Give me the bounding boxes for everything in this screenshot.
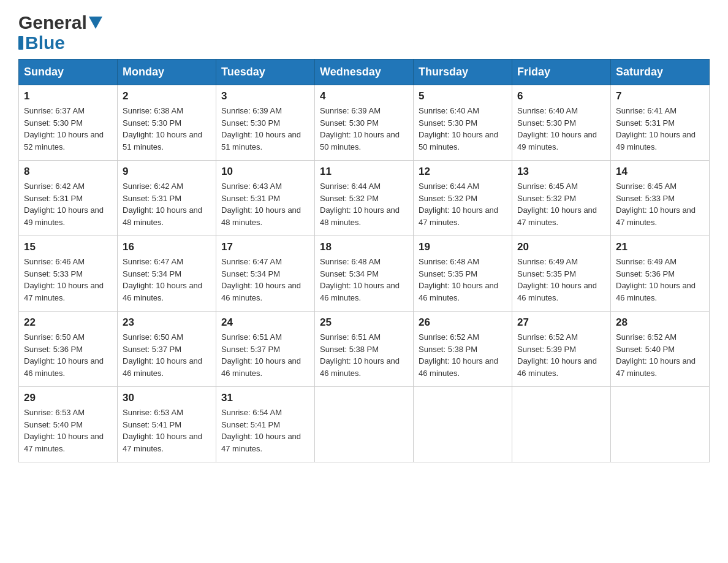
calendar-cell: 14 Sunrise: 6:45 AM Sunset: 5:33 PM Dayl… (611, 161, 710, 236)
day-info: Sunrise: 6:52 AM Sunset: 5:38 PM Dayligh… (419, 331, 507, 379)
page-header: General Blue (18, 12, 710, 53)
day-number: 21 (616, 241, 704, 253)
day-info: Sunrise: 6:37 AM Sunset: 5:30 PM Dayligh… (24, 105, 112, 153)
day-number: 14 (616, 166, 704, 178)
weekday-header-tuesday: Tuesday (216, 59, 315, 85)
calendar-cell: 28 Sunrise: 6:52 AM Sunset: 5:40 PM Dayl… (611, 312, 710, 387)
calendar-cell: 21 Sunrise: 6:49 AM Sunset: 5:36 PM Dayl… (611, 236, 710, 312)
day-info: Sunrise: 6:51 AM Sunset: 5:38 PM Dayligh… (320, 331, 408, 379)
day-info: Sunrise: 6:46 AM Sunset: 5:33 PM Dayligh… (24, 256, 112, 304)
day-number: 5 (419, 90, 507, 102)
day-number: 22 (24, 316, 112, 329)
calendar-cell: 9 Sunrise: 6:42 AM Sunset: 5:31 PM Dayli… (118, 161, 216, 236)
day-info: Sunrise: 6:50 AM Sunset: 5:36 PM Dayligh… (24, 331, 112, 379)
day-number: 6 (517, 90, 605, 102)
day-info: Sunrise: 6:45 AM Sunset: 5:32 PM Dayligh… (517, 180, 605, 228)
calendar-cell: 16 Sunrise: 6:47 AM Sunset: 5:34 PM Dayl… (118, 236, 216, 312)
day-number: 23 (123, 316, 211, 329)
day-number: 26 (419, 316, 507, 329)
week-row-3: 15 Sunrise: 6:46 AM Sunset: 5:33 PM Dayl… (19, 236, 710, 312)
calendar-cell: 18 Sunrise: 6:48 AM Sunset: 5:34 PM Dayl… (315, 236, 414, 312)
day-info: Sunrise: 6:50 AM Sunset: 5:37 PM Dayligh… (123, 331, 211, 379)
day-info: Sunrise: 6:45 AM Sunset: 5:33 PM Dayligh… (616, 180, 704, 228)
day-number: 11 (320, 166, 408, 178)
day-info: Sunrise: 6:53 AM Sunset: 5:40 PM Dayligh… (24, 407, 112, 454)
calendar-cell: 6 Sunrise: 6:40 AM Sunset: 5:30 PM Dayli… (512, 85, 611, 161)
day-number: 7 (616, 90, 704, 102)
calendar-cell: 24 Sunrise: 6:51 AM Sunset: 5:37 PM Dayl… (216, 312, 315, 387)
day-info: Sunrise: 6:48 AM Sunset: 5:34 PM Dayligh… (320, 256, 408, 304)
calendar-cell: 27 Sunrise: 6:52 AM Sunset: 5:39 PM Dayl… (512, 312, 611, 387)
day-number: 1 (24, 90, 112, 102)
day-info: Sunrise: 6:47 AM Sunset: 5:34 PM Dayligh… (123, 256, 211, 304)
calendar-cell: 19 Sunrise: 6:48 AM Sunset: 5:35 PM Dayl… (414, 236, 512, 312)
day-number: 27 (517, 316, 605, 329)
day-number: 30 (123, 392, 211, 404)
logo-blue-bar (18, 36, 23, 50)
calendar-cell: 3 Sunrise: 6:39 AM Sunset: 5:30 PM Dayli… (216, 85, 315, 161)
calendar-cell: 20 Sunrise: 6:49 AM Sunset: 5:35 PM Dayl… (512, 236, 611, 312)
day-info: Sunrise: 6:53 AM Sunset: 5:41 PM Dayligh… (123, 407, 211, 454)
day-info: Sunrise: 6:42 AM Sunset: 5:31 PM Dayligh… (123, 180, 211, 228)
calendar-cell: 29 Sunrise: 6:53 AM Sunset: 5:40 PM Dayl… (19, 387, 118, 462)
day-info: Sunrise: 6:38 AM Sunset: 5:30 PM Dayligh… (123, 105, 211, 153)
day-number: 17 (221, 241, 309, 253)
day-number: 29 (24, 392, 112, 404)
week-row-4: 22 Sunrise: 6:50 AM Sunset: 5:36 PM Dayl… (19, 312, 710, 387)
day-number: 28 (616, 316, 704, 329)
weekday-header-saturday: Saturday (611, 59, 710, 85)
day-number: 18 (320, 241, 408, 253)
logo-blue-text: Blue (25, 33, 65, 53)
day-info: Sunrise: 6:44 AM Sunset: 5:32 PM Dayligh… (320, 180, 408, 228)
day-info: Sunrise: 6:44 AM Sunset: 5:32 PM Dayligh… (419, 180, 507, 228)
day-number: 10 (221, 166, 309, 178)
week-row-2: 8 Sunrise: 6:42 AM Sunset: 5:31 PM Dayli… (19, 161, 710, 236)
day-info: Sunrise: 6:54 AM Sunset: 5:41 PM Dayligh… (221, 407, 309, 454)
calendar-cell: 22 Sunrise: 6:50 AM Sunset: 5:36 PM Dayl… (19, 312, 118, 387)
calendar-table: SundayMondayTuesdayWednesdayThursdayFrid… (18, 59, 710, 462)
svg-marker-0 (89, 17, 102, 29)
day-info: Sunrise: 6:47 AM Sunset: 5:34 PM Dayligh… (221, 256, 309, 304)
logo: General Blue (18, 12, 102, 53)
logo-general-text: General (18, 12, 87, 33)
day-number: 20 (517, 241, 605, 253)
day-number: 3 (221, 90, 309, 102)
day-info: Sunrise: 6:48 AM Sunset: 5:35 PM Dayligh… (419, 256, 507, 304)
day-info: Sunrise: 6:41 AM Sunset: 5:31 PM Dayligh… (616, 105, 704, 153)
calendar-cell: 11 Sunrise: 6:44 AM Sunset: 5:32 PM Dayl… (315, 161, 414, 236)
calendar-cell: 2 Sunrise: 6:38 AM Sunset: 5:30 PM Dayli… (118, 85, 216, 161)
weekday-header-sunday: Sunday (19, 59, 118, 85)
calendar-cell (512, 387, 611, 462)
calendar-cell: 30 Sunrise: 6:53 AM Sunset: 5:41 PM Dayl… (118, 387, 216, 462)
day-info: Sunrise: 6:51 AM Sunset: 5:37 PM Dayligh… (221, 331, 309, 379)
day-number: 31 (221, 392, 309, 404)
calendar-cell: 15 Sunrise: 6:46 AM Sunset: 5:33 PM Dayl… (19, 236, 118, 312)
calendar-cell: 13 Sunrise: 6:45 AM Sunset: 5:32 PM Dayl… (512, 161, 611, 236)
calendar-cell: 17 Sunrise: 6:47 AM Sunset: 5:34 PM Dayl… (216, 236, 315, 312)
calendar-cell: 10 Sunrise: 6:43 AM Sunset: 5:31 PM Dayl… (216, 161, 315, 236)
day-info: Sunrise: 6:52 AM Sunset: 5:40 PM Dayligh… (616, 331, 704, 379)
day-number: 16 (123, 241, 211, 253)
day-number: 15 (24, 241, 112, 253)
calendar-cell (611, 387, 710, 462)
day-number: 9 (123, 166, 211, 178)
day-number: 19 (419, 241, 507, 253)
day-info: Sunrise: 6:52 AM Sunset: 5:39 PM Dayligh… (517, 331, 605, 379)
day-info: Sunrise: 6:40 AM Sunset: 5:30 PM Dayligh… (419, 105, 507, 153)
logo-arrow-icon (89, 17, 102, 31)
calendar-cell: 25 Sunrise: 6:51 AM Sunset: 5:38 PM Dayl… (315, 312, 414, 387)
day-number: 25 (320, 316, 408, 329)
day-number: 8 (24, 166, 112, 178)
day-info: Sunrise: 6:49 AM Sunset: 5:36 PM Dayligh… (616, 256, 704, 304)
day-number: 2 (123, 90, 211, 102)
day-info: Sunrise: 6:39 AM Sunset: 5:30 PM Dayligh… (320, 105, 408, 153)
calendar-cell: 12 Sunrise: 6:44 AM Sunset: 5:32 PM Dayl… (414, 161, 512, 236)
day-info: Sunrise: 6:49 AM Sunset: 5:35 PM Dayligh… (517, 256, 605, 304)
weekday-header-row: SundayMondayTuesdayWednesdayThursdayFrid… (19, 59, 710, 85)
day-number: 13 (517, 166, 605, 178)
calendar-cell: 26 Sunrise: 6:52 AM Sunset: 5:38 PM Dayl… (414, 312, 512, 387)
weekday-header-wednesday: Wednesday (315, 59, 414, 85)
calendar-cell: 7 Sunrise: 6:41 AM Sunset: 5:31 PM Dayli… (611, 85, 710, 161)
calendar-cell: 23 Sunrise: 6:50 AM Sunset: 5:37 PM Dayl… (118, 312, 216, 387)
weekday-header-thursday: Thursday (414, 59, 512, 85)
